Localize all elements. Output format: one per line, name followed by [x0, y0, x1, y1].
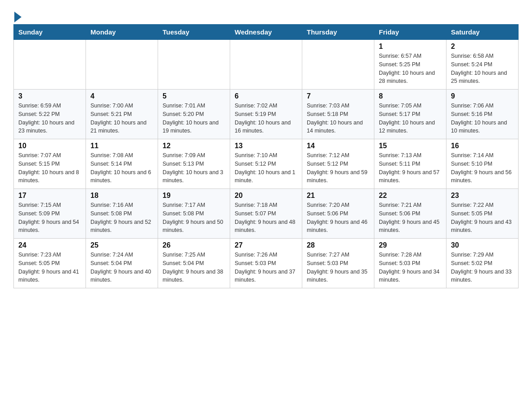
- day-cell: 6Sunrise: 7:02 AMSunset: 5:19 PMDaylight…: [230, 90, 302, 139]
- day-info: Sunrise: 7:20 AMSunset: 5:06 PMDaylight:…: [307, 201, 369, 235]
- day-cell: 16Sunrise: 7:14 AMSunset: 5:10 PMDayligh…: [446, 139, 519, 189]
- day-info: Sunrise: 7:12 AMSunset: 5:12 PMDaylight:…: [307, 151, 369, 185]
- day-info: Sunrise: 7:09 AMSunset: 5:13 PMDaylight:…: [163, 151, 225, 185]
- day-cell: 5Sunrise: 7:01 AMSunset: 5:20 PMDaylight…: [158, 90, 230, 139]
- day-cell: 3Sunrise: 6:59 AMSunset: 5:22 PMDaylight…: [14, 90, 86, 139]
- day-cell: 19Sunrise: 7:17 AMSunset: 5:08 PMDayligh…: [158, 189, 230, 239]
- day-info: Sunrise: 7:07 AMSunset: 5:15 PMDaylight:…: [18, 151, 81, 185]
- col-header-thursday: Thursday: [302, 25, 374, 40]
- day-cell: [230, 40, 302, 90]
- day-number: 23: [451, 192, 514, 200]
- day-cell: 29Sunrise: 7:28 AMSunset: 5:03 PMDayligh…: [374, 239, 446, 288]
- day-cell: 22Sunrise: 7:21 AMSunset: 5:06 PMDayligh…: [374, 189, 446, 239]
- day-cell: 20Sunrise: 7:18 AMSunset: 5:07 PMDayligh…: [230, 189, 302, 239]
- day-info: Sunrise: 6:59 AMSunset: 5:22 PMDaylight:…: [18, 102, 81, 135]
- day-info: Sunrise: 7:00 AMSunset: 5:21 PMDaylight:…: [90, 102, 153, 135]
- day-number: 18: [90, 192, 153, 200]
- day-cell: [14, 40, 86, 90]
- week-row-3: 10Sunrise: 7:07 AMSunset: 5:15 PMDayligh…: [14, 139, 519, 189]
- day-cell: 27Sunrise: 7:26 AMSunset: 5:03 PMDayligh…: [230, 239, 302, 288]
- day-cell: 21Sunrise: 7:20 AMSunset: 5:06 PMDayligh…: [302, 189, 374, 239]
- day-number: 3: [18, 92, 81, 100]
- week-row-1: 1Sunrise: 6:57 AMSunset: 5:25 PMDaylight…: [14, 40, 519, 90]
- col-header-saturday: Saturday: [446, 25, 519, 40]
- day-info: Sunrise: 6:57 AMSunset: 5:25 PMDaylight:…: [379, 52, 442, 86]
- day-number: 8: [379, 92, 442, 100]
- page-header: [13, 9, 519, 20]
- day-info: Sunrise: 7:10 AMSunset: 5:12 PMDaylight:…: [235, 151, 297, 185]
- day-info: Sunrise: 7:21 AMSunset: 5:06 PMDaylight:…: [379, 201, 442, 235]
- day-cell: 18Sunrise: 7:16 AMSunset: 5:08 PMDayligh…: [86, 189, 158, 239]
- day-info: Sunrise: 7:16 AMSunset: 5:08 PMDaylight:…: [90, 201, 153, 235]
- day-number: 28: [307, 241, 369, 249]
- day-cell: 28Sunrise: 7:27 AMSunset: 5:03 PMDayligh…: [302, 239, 374, 288]
- day-info: Sunrise: 7:05 AMSunset: 5:17 PMDaylight:…: [379, 102, 442, 135]
- day-cell: 14Sunrise: 7:12 AMSunset: 5:12 PMDayligh…: [302, 139, 374, 189]
- day-number: 12: [163, 142, 225, 150]
- logo: [13, 9, 21, 20]
- day-info: Sunrise: 7:26 AMSunset: 5:03 PMDaylight:…: [235, 251, 297, 284]
- day-info: Sunrise: 7:06 AMSunset: 5:16 PMDaylight:…: [451, 102, 514, 135]
- day-number: 11: [90, 142, 153, 150]
- day-cell: 7Sunrise: 7:03 AMSunset: 5:18 PMDaylight…: [302, 90, 374, 139]
- calendar-table: SundayMondayTuesdayWednesdayThursdayFrid…: [13, 24, 519, 288]
- day-cell: 24Sunrise: 7:23 AMSunset: 5:05 PMDayligh…: [14, 239, 86, 288]
- day-number: 21: [307, 192, 369, 200]
- day-number: 15: [379, 142, 442, 150]
- day-cell: [86, 40, 158, 90]
- day-number: 30: [451, 241, 514, 249]
- day-number: 7: [307, 92, 369, 100]
- day-number: 4: [90, 92, 153, 100]
- day-number: 17: [18, 192, 81, 200]
- day-cell: 12Sunrise: 7:09 AMSunset: 5:13 PMDayligh…: [158, 139, 230, 189]
- col-header-sunday: Sunday: [14, 25, 86, 40]
- day-number: 13: [235, 142, 297, 150]
- day-cell: 4Sunrise: 7:00 AMSunset: 5:21 PMDaylight…: [86, 90, 158, 139]
- day-info: Sunrise: 7:29 AMSunset: 5:02 PMDaylight:…: [451, 251, 514, 284]
- day-info: Sunrise: 7:27 AMSunset: 5:03 PMDaylight:…: [307, 251, 369, 284]
- day-info: Sunrise: 7:18 AMSunset: 5:07 PMDaylight:…: [235, 201, 297, 235]
- day-cell: 15Sunrise: 7:13 AMSunset: 5:11 PMDayligh…: [374, 139, 446, 189]
- day-info: Sunrise: 7:08 AMSunset: 5:14 PMDaylight:…: [90, 151, 153, 185]
- day-number: 16: [451, 142, 514, 150]
- day-cell: [158, 40, 230, 90]
- day-number: 5: [163, 92, 225, 100]
- day-number: 22: [379, 192, 442, 200]
- week-row-2: 3Sunrise: 6:59 AMSunset: 5:22 PMDaylight…: [14, 90, 519, 139]
- week-row-5: 24Sunrise: 7:23 AMSunset: 5:05 PMDayligh…: [14, 239, 519, 288]
- day-info: Sunrise: 7:28 AMSunset: 5:03 PMDaylight:…: [379, 251, 442, 284]
- day-info: Sunrise: 7:22 AMSunset: 5:05 PMDaylight:…: [451, 201, 514, 235]
- day-cell: 11Sunrise: 7:08 AMSunset: 5:14 PMDayligh…: [86, 139, 158, 189]
- day-cell: 8Sunrise: 7:05 AMSunset: 5:17 PMDaylight…: [374, 90, 446, 139]
- day-cell: 1Sunrise: 6:57 AMSunset: 5:25 PMDaylight…: [374, 40, 446, 90]
- day-number: 20: [235, 192, 297, 200]
- day-number: 10: [18, 142, 81, 150]
- logo-arrow-icon: [14, 12, 21, 22]
- header-row: SundayMondayTuesdayWednesdayThursdayFrid…: [14, 25, 519, 40]
- day-cell: 10Sunrise: 7:07 AMSunset: 5:15 PMDayligh…: [14, 139, 86, 189]
- day-info: Sunrise: 7:24 AMSunset: 5:04 PMDaylight:…: [90, 251, 153, 284]
- day-info: Sunrise: 7:23 AMSunset: 5:05 PMDaylight:…: [18, 251, 81, 284]
- day-cell: 2Sunrise: 6:58 AMSunset: 5:24 PMDaylight…: [446, 40, 519, 90]
- day-info: Sunrise: 7:17 AMSunset: 5:08 PMDaylight:…: [163, 201, 225, 235]
- week-row-4: 17Sunrise: 7:15 AMSunset: 5:09 PMDayligh…: [14, 189, 519, 239]
- day-number: 1: [379, 43, 442, 51]
- day-info: Sunrise: 7:03 AMSunset: 5:18 PMDaylight:…: [307, 102, 369, 135]
- day-cell: 26Sunrise: 7:25 AMSunset: 5:04 PMDayligh…: [158, 239, 230, 288]
- day-cell: 17Sunrise: 7:15 AMSunset: 5:09 PMDayligh…: [14, 189, 86, 239]
- day-cell: 9Sunrise: 7:06 AMSunset: 5:16 PMDaylight…: [446, 90, 519, 139]
- day-number: 27: [235, 241, 297, 249]
- day-cell: 23Sunrise: 7:22 AMSunset: 5:05 PMDayligh…: [446, 189, 519, 239]
- day-cell: 13Sunrise: 7:10 AMSunset: 5:12 PMDayligh…: [230, 139, 302, 189]
- day-number: 14: [307, 142, 369, 150]
- day-info: Sunrise: 6:58 AMSunset: 5:24 PMDaylight:…: [451, 52, 514, 86]
- day-info: Sunrise: 7:25 AMSunset: 5:04 PMDaylight:…: [163, 251, 225, 284]
- day-info: Sunrise: 7:15 AMSunset: 5:09 PMDaylight:…: [18, 201, 81, 235]
- day-cell: 25Sunrise: 7:24 AMSunset: 5:04 PMDayligh…: [86, 239, 158, 288]
- day-info: Sunrise: 7:01 AMSunset: 5:20 PMDaylight:…: [163, 102, 225, 135]
- day-cell: [302, 40, 374, 90]
- day-number: 25: [90, 241, 153, 249]
- day-number: 24: [18, 241, 81, 249]
- day-number: 2: [451, 43, 514, 51]
- day-number: 29: [379, 241, 442, 249]
